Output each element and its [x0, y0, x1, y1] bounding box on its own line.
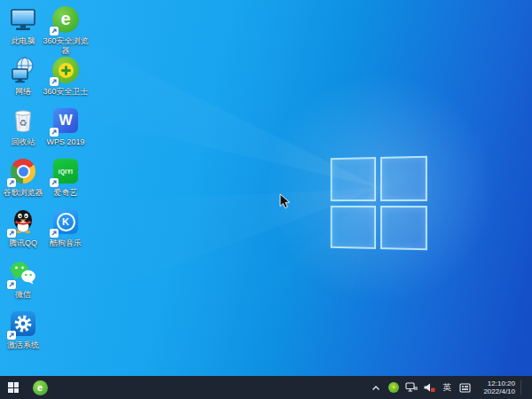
- desktop-icon-qq[interactable]: 腾讯QQ: [0, 207, 46, 248]
- 360-browser-taskbar-icon: e: [33, 380, 48, 395]
- chrome-icon: [8, 156, 38, 186]
- desktop-icon-wechat[interactable]: 微信: [0, 258, 46, 300]
- icon-label: 谷歌浏览器: [4, 188, 43, 198]
- show-desktop-button[interactable]: [527, 376, 530, 399]
- tray-volume-muted-icon[interactable]: [423, 380, 435, 395]
- shortcut-arrow-icon: [7, 178, 16, 187]
- shortcut-arrow-icon: [50, 27, 59, 35]
- wechat-icon: [8, 258, 38, 288]
- clock-date: 2022/4/10: [476, 387, 515, 396]
- tray-chevron-up-icon[interactable]: [370, 380, 382, 395]
- 360-safeguard-icon: [51, 55, 81, 85]
- desktop-icon-recycle-bin[interactable]: ♻ 回收站: [0, 106, 46, 147]
- recycle-bin-icon: ♻: [8, 106, 38, 136]
- tray-divider: [520, 380, 521, 395]
- windows-logo: [331, 156, 427, 251]
- desktop-icon-chrome[interactable]: 谷歌浏览器: [0, 156, 46, 198]
- taskbar-clock[interactable]: 12:10:20 2022/4/10: [476, 379, 515, 396]
- desktop-icon-iqiyi[interactable]: iQIYI 爱奇艺: [43, 156, 89, 198]
- screen: 此电脑 e 360安全浏览器 网络: [0, 0, 532, 399]
- icon-label: 360安全卫士: [43, 87, 88, 97]
- shortcut-arrow-icon: [7, 331, 16, 340]
- tray-ime-keyboard-icon[interactable]: [458, 380, 471, 395]
- shortcut-arrow-icon: [50, 128, 59, 137]
- icon-label: 此电脑: [12, 36, 35, 46]
- desktop-icon-360-browser[interactable]: e 360安全浏览器: [43, 4, 89, 55]
- tray-network-icon[interactable]: [405, 380, 418, 395]
- icon-label: 回收站: [12, 137, 35, 147]
- this-pc-icon: [8, 4, 38, 35]
- mouse-cursor: [279, 193, 291, 213]
- icon-label: 爱奇艺: [54, 188, 78, 198]
- wps-icon: W: [51, 106, 81, 136]
- shortcut-arrow-icon: [7, 280, 16, 289]
- desktop-icon-wps-2019[interactable]: W WPS 2019: [43, 106, 89, 147]
- desktop-icon-kugou[interactable]: K 酷狗音乐: [43, 207, 89, 248]
- desktop-icon-network[interactable]: 网络: [0, 55, 46, 97]
- icon-label: 酷狗音乐: [50, 239, 82, 248]
- shortcut-arrow-icon: [50, 178, 59, 187]
- icon-label: 360安全浏览器: [43, 36, 89, 55]
- network-icon: [8, 55, 38, 85]
- desktop-icon-activate[interactable]: 激活系统: [0, 309, 46, 350]
- shortcut-arrow-icon: [50, 77, 59, 86]
- start-button[interactable]: [0, 376, 27, 399]
- icon-label: 激活系统: [7, 340, 39, 350]
- svg-text:♻: ♻: [20, 118, 27, 128]
- iqiyi-icon: iQIYI: [51, 156, 81, 186]
- qq-icon: [8, 207, 38, 237]
- desktop-wallpaper[interactable]: 此电脑 e 360安全浏览器 网络: [0, 0, 532, 376]
- taskbar-item-360-browser[interactable]: e: [27, 376, 53, 399]
- system-tray: + 英: [370, 376, 532, 399]
- icon-label: 腾讯QQ: [9, 239, 37, 248]
- clock-time: 12:10:20: [476, 379, 515, 388]
- icon-label: WPS 2019: [46, 137, 84, 147]
- activate-gear-icon: [8, 309, 38, 339]
- icon-label: 微信: [15, 290, 31, 300]
- 360-browser-icon: e: [51, 4, 81, 35]
- windows-start-icon: [8, 382, 19, 393]
- shortcut-arrow-icon: [50, 229, 59, 238]
- tray-ime-language-indicator[interactable]: 英: [441, 380, 453, 395]
- desktop-icon-this-pc[interactable]: 此电脑: [0, 4, 46, 46]
- tray-360-safeguard-icon[interactable]: +: [387, 380, 400, 395]
- kugou-icon: K: [51, 207, 81, 237]
- icon-label: 网络: [15, 87, 31, 97]
- desktop-icon-360-safeguard[interactable]: 360安全卫士: [43, 55, 89, 97]
- shortcut-arrow-icon: [7, 229, 16, 238]
- taskbar: e + 英: [0, 376, 532, 399]
